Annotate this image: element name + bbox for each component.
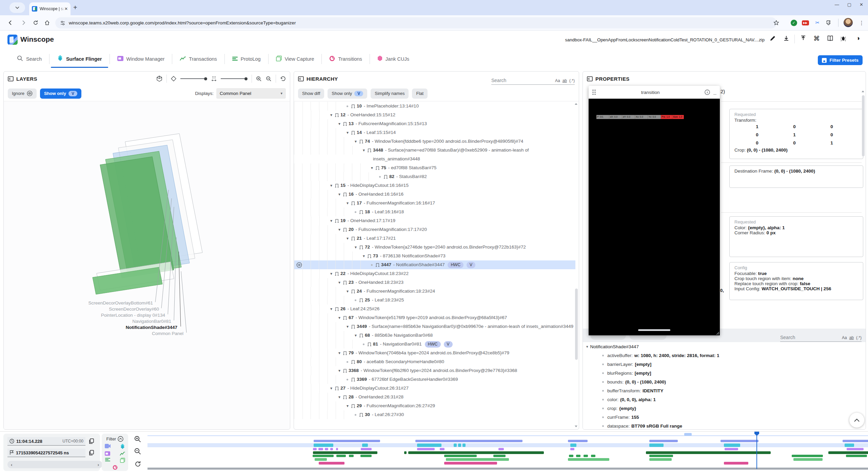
new-tab-button[interactable]: + bbox=[73, 3, 77, 12]
trace-entry[interactable] bbox=[314, 444, 333, 447]
hierarchy-node[interactable]: ▾67 - WindowToken{e5176f9 type=2019 andr… bbox=[294, 313, 575, 322]
trace-entry[interactable] bbox=[570, 448, 574, 450]
trace-entry[interactable] bbox=[646, 451, 771, 454]
trace-entry[interactable] bbox=[568, 458, 609, 461]
tab-view-capture[interactable]: View Capture bbox=[269, 49, 322, 68]
scroll-right-icon[interactable]: › bbox=[98, 462, 99, 467]
layer-label[interactable]: NotificationShade#3447 bbox=[126, 325, 177, 330]
home-icon[interactable] bbox=[43, 18, 52, 27]
trace-entry[interactable] bbox=[362, 444, 368, 447]
trace-entry[interactable] bbox=[415, 440, 522, 442]
trace-entry[interactable] bbox=[454, 444, 457, 447]
track-surface-flinger[interactable] bbox=[295, 444, 868, 447]
resize-handle-icon[interactable] bbox=[715, 331, 719, 335]
track-window-manager[interactable] bbox=[295, 448, 868, 450]
hierarchy-node[interactable]: ▾28 - OneHanded:26:31#28 bbox=[294, 393, 575, 401]
trace-entry[interactable] bbox=[568, 440, 588, 442]
dark-mode-icon[interactable]: ◑ bbox=[856, 35, 860, 42]
match-case-icon[interactable]: Aa bbox=[842, 335, 847, 340]
time-field[interactable]: 11:04:14.228 UTC+00:00 bbox=[7, 437, 85, 446]
trace-entry[interactable] bbox=[843, 440, 868, 442]
tab-jank-cujs[interactable]: Jank CUJs bbox=[370, 49, 417, 68]
hierarchy-node[interactable]: ▾12 - OneHanded:15:15#12 bbox=[294, 111, 575, 119]
trace-entry[interactable] bbox=[417, 444, 441, 447]
ignore-chip[interactable]: Ignore bbox=[8, 88, 37, 99]
scroll-left-icon[interactable]: ‹ bbox=[11, 462, 12, 467]
tab-search[interactable]: Search bbox=[9, 49, 49, 68]
trace-entry[interactable] bbox=[493, 455, 506, 457]
hierarchy-node[interactable]: 3369 - 67726bf EdgeBackGestureHandler0#3… bbox=[294, 375, 575, 384]
trace-entry[interactable] bbox=[318, 448, 323, 450]
chip-show-only[interactable]: Show onlyV bbox=[328, 88, 367, 99]
trace-entry[interactable] bbox=[845, 444, 854, 447]
trace-entry[interactable] bbox=[462, 444, 466, 447]
trace-entry[interactable] bbox=[446, 458, 509, 461]
trace-entry[interactable] bbox=[721, 440, 758, 442]
properties-scrollbar[interactable] bbox=[862, 95, 865, 156]
transition-screenshot-window[interactable]: transition _ P: 0/1dX: 0.0dY: 0.0Xv: 0.0… bbox=[589, 86, 720, 335]
trace-entry[interactable] bbox=[569, 455, 573, 457]
upload-icon[interactable] bbox=[800, 35, 806, 43]
trace-entry[interactable] bbox=[440, 448, 445, 450]
filter-presets-button[interactable]: Filter Presets bbox=[818, 55, 863, 65]
hierarchy-node[interactable]: ▾27 - HideDisplayCutout:26:31#27 bbox=[294, 384, 575, 393]
track-screen-recording[interactable] bbox=[295, 440, 868, 442]
layer-label[interactable]: ScreenDecorOverlayBottom#61 bbox=[88, 300, 153, 306]
reload-icon[interactable] bbox=[31, 18, 40, 27]
timeline-zoom-in-icon[interactable] bbox=[134, 436, 141, 442]
track-transitions[interactable] bbox=[295, 462, 868, 465]
trace-entry[interactable] bbox=[325, 448, 328, 450]
show-only-v-chip[interactable]: Show only V bbox=[40, 88, 81, 99]
match-case-icon[interactable]: Aa bbox=[555, 78, 560, 83]
hierarchy-node[interactable]: ▾29 - FullscreenMagnification:26:27#29 bbox=[294, 401, 575, 410]
trace-entry[interactable] bbox=[313, 448, 317, 450]
trace-entry[interactable] bbox=[584, 455, 588, 457]
trace-entry[interactable] bbox=[828, 451, 868, 454]
hierarchy-node[interactable]: 18 - Leaf:16:16#18 bbox=[294, 208, 575, 216]
hierarchy-node[interactable]: 81 - NavigationBar0#81HWCV bbox=[294, 340, 575, 349]
rotation-icon[interactable] bbox=[171, 76, 176, 81]
trace-entry[interactable] bbox=[591, 455, 595, 457]
hierarchy-node[interactable]: ▾17 - FullscreenMagnification:16:16#17 bbox=[294, 199, 575, 208]
trace-entry[interactable] bbox=[649, 440, 678, 442]
track-transactions[interactable] bbox=[295, 451, 868, 454]
collapse-panel-button[interactable] bbox=[849, 413, 864, 428]
trace-entry[interactable] bbox=[498, 448, 504, 450]
hierarchy-node[interactable]: ▾22 - HideDisplayCutout:18:23#22 bbox=[294, 269, 575, 278]
url-bar[interactable]: winscope.teams.x20web.corp.google.com/pr… bbox=[55, 17, 777, 28]
bug-report-icon[interactable] bbox=[840, 35, 846, 43]
hierarchy-node[interactable]: ▾21 - Leaf:17:17#21 bbox=[294, 234, 575, 243]
ns-field[interactable]: 1715339054227572545 ns bbox=[7, 449, 85, 457]
copy-icon[interactable] bbox=[89, 438, 94, 444]
hierarchy-node[interactable]: ▾14 - Leaf:15:15#14 bbox=[294, 128, 575, 137]
collapse-circle-icon[interactable] bbox=[118, 436, 123, 442]
hierarchy-node[interactable]: ▾26 - Leaf:24:25#26 bbox=[294, 304, 575, 313]
transitions-icon[interactable] bbox=[113, 465, 118, 470]
layers-3d-canvas[interactable]: ScreenDecorOverlayBottom#61ScreenDecorOv… bbox=[4, 102, 290, 429]
protolog-icon[interactable] bbox=[105, 458, 110, 461]
hierarchy-node[interactable]: ▾3368 - WindowToken{f6b2f60 type=2024 an… bbox=[294, 366, 575, 375]
track-view-capture[interactable] bbox=[295, 458, 868, 461]
panel-collapse-icon[interactable] bbox=[298, 76, 304, 81]
hierarchy-node[interactable]: ▾13 - FullscreenMagnification:15:15#13 bbox=[294, 119, 575, 128]
hierarchy-node[interactable]: ▾75 - ed70f88 StatusBar#75 bbox=[294, 163, 575, 172]
property-tree-row[interactable]: blurRegions:[empty] bbox=[602, 369, 866, 377]
timeline-hscroll[interactable]: ‹ › bbox=[7, 461, 102, 468]
property-tree-row[interactable]: color:(0, 0, 0), alpha: 1 bbox=[602, 395, 866, 404]
visibility-eye-icon[interactable] bbox=[296, 262, 302, 268]
bookmark-star-icon[interactable] bbox=[772, 18, 781, 27]
timeline-canvas[interactable] bbox=[147, 432, 868, 472]
3d-view-icon[interactable] bbox=[156, 76, 162, 82]
property-tree-row[interactable]: bufferTransform:IDENTITY bbox=[602, 386, 866, 395]
hierarchy-node-selected[interactable]: 3447 - NotificationShade#3447HWCV bbox=[294, 260, 575, 269]
trace-entry[interactable] bbox=[793, 458, 823, 461]
property-tree-row[interactable]: bounds:(0, 0) - (1080, 2400) bbox=[602, 377, 866, 386]
hierarchy-node[interactable]: ▾24 - FullscreenMagnification:18:23#24 bbox=[294, 287, 575, 296]
trace-entry[interactable] bbox=[336, 448, 338, 450]
hierarchy-node[interactable]: ▾20 - FullscreenMagnification:17:17#20 bbox=[294, 225, 575, 234]
property-tree-row[interactable]: crop:{empty} bbox=[602, 404, 866, 413]
layer-label[interactable]: ScreenDecorOverlay#60 bbox=[109, 307, 159, 312]
screen-record-icon[interactable] bbox=[105, 444, 111, 448]
trace-entry[interactable] bbox=[458, 444, 461, 447]
info-icon[interactable] bbox=[705, 90, 710, 95]
